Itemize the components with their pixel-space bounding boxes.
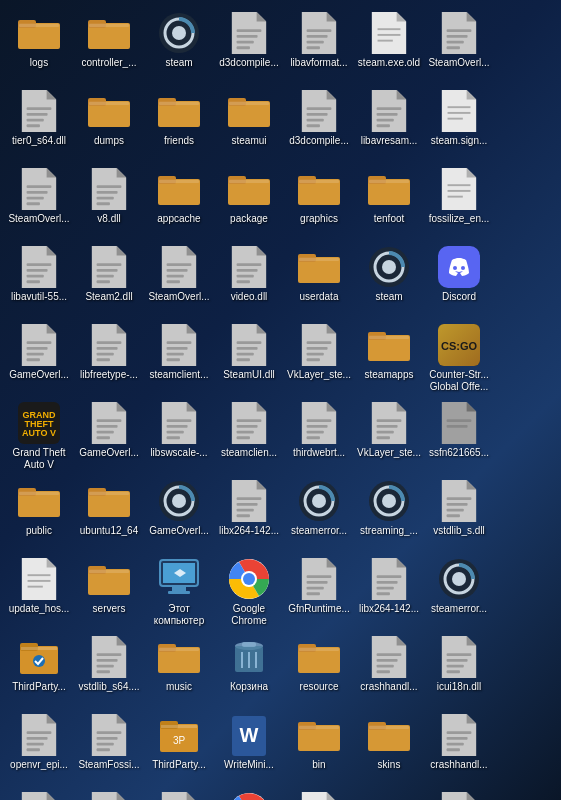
svg-rect-148 — [167, 341, 192, 344]
icon-steamoverl3[interactable]: SteamOverl... — [144, 242, 214, 320]
icon-music[interactable]: music — [144, 632, 214, 710]
icon-label: userdata — [300, 291, 339, 303]
icon-fossilize-en[interactable]: fossilize_en... — [424, 164, 494, 242]
icon-logs[interactable]: logs — [4, 8, 74, 86]
icon-thirdparty3[interactable]: ThirdParty... — [214, 788, 284, 800]
icon-steam-exe[interactable]: steam — [144, 8, 214, 86]
icon-steamfossi2[interactable]: SteamFossi... — [144, 788, 214, 800]
icon-steam2dll[interactable]: Steam2.dll — [74, 242, 144, 320]
icon-vklayer-ste2[interactable]: VkLayer_ste... — [354, 398, 424, 476]
icon-libx264-142[interactable]: libx264-142... — [214, 476, 284, 554]
icon-icui18n[interactable]: icui18n.dll — [424, 632, 494, 710]
icon-label: Steam2.dll — [85, 291, 132, 303]
svg-rect-136 — [27, 341, 52, 344]
icon-libfreetype[interactable]: libfreetype-... — [74, 320, 144, 398]
icon-package[interactable]: package — [214, 164, 284, 242]
icon-ubuntu12-64[interactable]: ubuntu12_64 — [74, 476, 144, 554]
icon-userdata[interactable]: userdata — [284, 242, 354, 320]
icon-steam-app[interactable]: steam — [354, 242, 424, 320]
icon-thirdwebrtr[interactable]: thirdwebrt... — [284, 398, 354, 476]
icon-thirdparty2[interactable]: 3P ThirdParty... — [144, 710, 214, 788]
icon-writemini[interactable]: W WriteMini... — [214, 710, 284, 788]
icon-steamclient2[interactable]: steamclien... — [214, 398, 284, 476]
icon-chrome-app[interactable]: GoogleChrome — [214, 554, 284, 632]
icon-skins[interactable]: skins — [354, 710, 424, 788]
icon-steamoverl1[interactable]: SteamOverl... — [424, 8, 494, 86]
icon-d3dcompile1[interactable]: d3dcompile... — [214, 8, 284, 86]
icon-icuucdll[interactable]: icuuc.dll — [4, 788, 74, 800]
icon-gta5-app[interactable]: GRAND THEFT AUTO V Grand TheftAuto V — [4, 398, 74, 476]
icon-vklayer-ste1[interactable]: VkLayer_ste... — [284, 320, 354, 398]
icon-v8dll[interactable]: v8.dll — [74, 164, 144, 242]
icon-libavformat[interactable]: libavformat... — [284, 8, 354, 86]
icon-gameoverl2[interactable]: GameOverl... — [74, 398, 144, 476]
svg-rect-180 — [97, 436, 110, 439]
icon-gameoverl1[interactable]: GameOverl... — [4, 320, 74, 398]
icon-steamapps[interactable]: steamapps — [354, 320, 424, 398]
icon-clientui[interactable]: clientui — [354, 788, 424, 800]
folder-icon — [368, 324, 410, 366]
svg-rect-197 — [307, 431, 324, 434]
icon-steam-sign[interactable]: steam.sign... — [424, 86, 494, 164]
icon-this-pc[interactable]: Этоткомпьютер — [144, 554, 214, 632]
icon-csgo-app[interactable]: CS:GO Counter-Str...Global Offe... — [424, 320, 494, 398]
icon-crashhandl2[interactable]: crashhandl... — [424, 710, 494, 788]
icon-steamui-dll[interactable]: SteamUI.dll — [214, 320, 284, 398]
icon-steamoverl2[interactable]: SteamOverl... — [4, 164, 74, 242]
folder-icon — [228, 90, 270, 132]
icon-public[interactable]: public — [4, 476, 74, 554]
icon-korzina[interactable]: Корзина — [214, 632, 284, 710]
svg-rect-191 — [237, 431, 254, 434]
icon-servers[interactable]: servers — [74, 554, 144, 632]
icon-bin[interactable]: bin — [284, 710, 354, 788]
icon-cserhelper[interactable]: CSERHelper... — [424, 788, 494, 800]
icon-libavresam[interactable]: libavresam... — [354, 86, 424, 164]
icon-videodll[interactable]: video.dll — [214, 242, 284, 320]
icon-openvr-epi[interactable]: openvr_epi... — [4, 710, 74, 788]
icon-steamfossi1[interactable]: SteamFossi... — [74, 710, 144, 788]
icon-steamerror1[interactable]: steamerror... — [284, 476, 354, 554]
icon-controller[interactable]: controller_... — [74, 8, 144, 86]
svg-rect-145 — [97, 358, 110, 361]
icon-dumps[interactable]: dumps — [74, 86, 144, 164]
icon-crashhandl1[interactable]: crashhandl... — [354, 632, 424, 710]
icon-vstdlib-s64[interactable]: vstdlib_s64.... — [74, 632, 144, 710]
icon-steam-exe-old[interactable]: steam.exe.old — [354, 8, 424, 86]
svg-rect-80 — [97, 202, 110, 205]
icon-gameoverl3[interactable]: GameOverl... — [144, 476, 214, 554]
icon-ssfn[interactable]: ssfn621665... — [424, 398, 494, 476]
svg-marker-188 — [257, 402, 267, 412]
icon-thirdparty1[interactable]: ThirdParty... — [4, 632, 74, 710]
icon-update-hos[interactable]: update_hos... — [4, 554, 74, 632]
sys-icon — [18, 324, 60, 366]
svg-rect-111 — [97, 269, 118, 272]
sys-icon — [298, 324, 340, 366]
icon-friends[interactable]: friends — [144, 86, 214, 164]
icon-vstdlib-s[interactable]: vstdlib_s.dll — [424, 476, 494, 554]
icon-graphics[interactable]: graphics — [284, 164, 354, 242]
icon-libx264-142b[interactable]: libx264-142... — [354, 554, 424, 632]
icon-libavutil[interactable]: libavutil-55... — [4, 242, 74, 320]
icon-tenfoot[interactable]: tenfoot — [354, 164, 424, 242]
icon-libswscale[interactable]: libswscale-... — [144, 398, 214, 476]
svg-rect-19 — [307, 29, 332, 32]
icon-steamui[interactable]: steamui — [214, 86, 284, 164]
icon-crash[interactable]: .crash — [284, 788, 354, 800]
svg-marker-182 — [187, 402, 197, 412]
icon-steamclient1[interactable]: steamclient... — [144, 320, 214, 398]
icon-discord-app[interactable]: Discord — [424, 242, 494, 320]
icon-resource[interactable]: resource — [284, 632, 354, 710]
icon-tier0-s64[interactable]: tier0_s64.dll — [4, 86, 74, 164]
icon-appcache[interactable]: appcache — [144, 164, 214, 242]
icon-d3dcompile2[interactable]: d3dcompile... — [284, 86, 354, 164]
icon-streaming[interactable]: streaming_... — [354, 476, 424, 554]
icon-sdl2dll[interactable]: SDL2.dll — [74, 788, 144, 800]
icon-label: streaming_... — [360, 525, 418, 537]
file-icon — [18, 558, 60, 600]
svg-rect-149 — [167, 347, 188, 350]
svg-text:AUTO V: AUTO V — [22, 428, 56, 438]
icon-steamerror2[interactable]: steamerror... — [424, 554, 494, 632]
icon-gfnruntime[interactable]: GfnRuntime... — [284, 554, 354, 632]
svg-rect-22 — [307, 46, 320, 49]
steam-icon — [298, 480, 340, 522]
